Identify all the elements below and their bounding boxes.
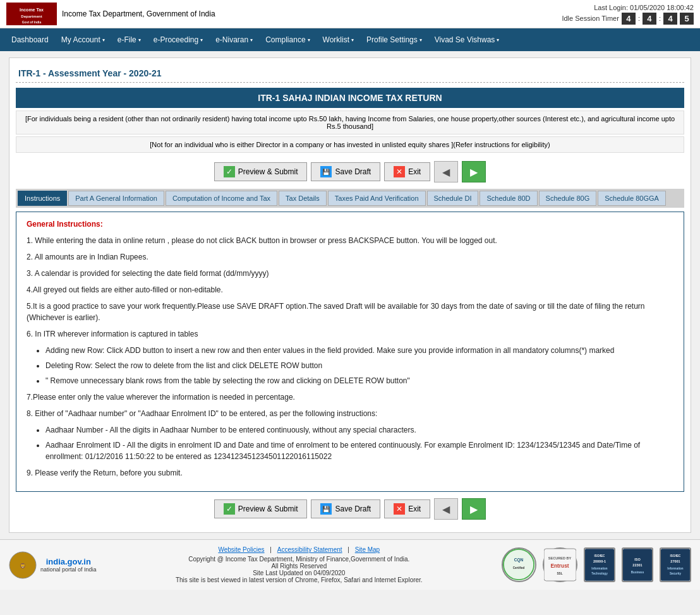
svg-text:Security: Security	[670, 572, 682, 575]
nav-profile-settings[interactable]: Profile Settings ▾	[360, 30, 428, 49]
instruction-6-list: Adding new Row: Click ADD button to inse…	[45, 345, 673, 386]
svg-text:SECURED BY: SECURED BY	[548, 556, 572, 560]
bsi-badge-1: ISO/IEC 20000-1 Information Technology	[584, 547, 615, 582]
e-file-arrow: ▾	[138, 37, 141, 43]
save-draft-icon-top: 💾	[320, 166, 332, 177]
timer-digit-2: 4	[643, 13, 656, 25]
save-draft-button-bottom[interactable]: 💾 Save Draft	[311, 499, 380, 518]
nav-worklist[interactable]: Worklist ▾	[317, 30, 360, 49]
svg-text:Business: Business	[631, 571, 644, 574]
e-nivaran-arrow: ▾	[250, 37, 253, 43]
tab-computation[interactable]: Computation of Income and Tax	[166, 191, 277, 206]
save-draft-label-bottom: Save Draft	[335, 505, 371, 513]
footer-best-viewed: This site is best viewed in latest versi…	[176, 576, 423, 583]
prev-nav-button-top[interactable]: ◀	[434, 161, 458, 182]
preview-check-icon-bottom: ✓	[224, 503, 235, 515]
logo-area: Income Tax Department Govt of India Inco…	[6, 3, 215, 25]
footer: 🦁 india.gov.in national portal of India …	[0, 539, 700, 590]
nav-e-file[interactable]: e-File ▾	[111, 30, 147, 49]
svg-text:20000-1: 20000-1	[593, 559, 606, 563]
svg-point-6	[504, 549, 534, 580]
preview-submit-label-top: Preview & Submit	[238, 167, 298, 176]
next-nav-button-top[interactable]: ▶	[462, 161, 486, 182]
bsi-badge-3: ISO/IEC 27001 Information Security	[660, 547, 691, 582]
nav-my-account[interactable]: My Account ▾	[55, 30, 111, 49]
footer-site-map[interactable]: Site Map	[355, 546, 380, 553]
page-title: ITR-1 - Assessment Year - 2020-21	[16, 64, 684, 83]
preview-submit-label-bottom: Preview & Submit	[238, 505, 298, 513]
svg-text:ISO/IEC: ISO/IEC	[594, 554, 606, 558]
tab-schedule-di[interactable]: Schedule DI	[427, 191, 479, 206]
svg-text:SSL: SSL	[557, 572, 563, 575]
footer-text: Website Policies | Accessibility Stateme…	[176, 546, 423, 583]
footer-rights: All Rights Reserved	[176, 563, 423, 570]
timer-digit-1: 4	[622, 13, 636, 25]
svg-rect-13	[585, 549, 614, 581]
instruction-8-list: Aadhaar Number - All the digits in Aadha…	[45, 424, 673, 462]
svg-text:Information: Information	[667, 567, 683, 570]
save-draft-button-top[interactable]: 💾 Save Draft	[311, 162, 380, 181]
general-instructions-heading: General Instructions:	[27, 220, 673, 229]
notice-2: [Not for an individual who is either Dir…	[16, 136, 684, 153]
instruction-8: 8. Either of "Aadhaar number" or "Aadhaa…	[27, 408, 673, 419]
tab-part-a[interactable]: Part A General Information	[68, 191, 164, 206]
instruction-6-item-3: " Remove unnecessary blank rows from the…	[45, 375, 673, 386]
compliance-arrow: ▾	[308, 37, 310, 43]
svg-text:ISO: ISO	[634, 558, 641, 561]
svg-text:CQN: CQN	[514, 558, 524, 563]
svg-text:Govt of India: Govt of India	[22, 20, 42, 24]
footer-accessibility[interactable]: Accessibility Statement	[277, 546, 342, 553]
prev-nav-button-bottom[interactable]: ◀	[434, 498, 458, 520]
nav-compliance[interactable]: Compliance ▾	[259, 30, 316, 49]
timer-digit-3: 4	[663, 13, 677, 25]
svg-text:🦁: 🦁	[20, 563, 26, 569]
exit-button-top[interactable]: ✕ Exit	[384, 162, 430, 181]
svg-text:ISO/IEC: ISO/IEC	[670, 554, 682, 558]
nav-e-proceeding[interactable]: e-Proceeding ▾	[147, 30, 209, 49]
tab-schedule-80d[interactable]: Schedule 80D	[480, 191, 537, 206]
footer-website-policies[interactable]: Website Policies	[218, 546, 264, 553]
nav-vivad-se-vishwas[interactable]: Vivad Se Vishwas ▾	[428, 30, 506, 49]
instruction-8-item-1: Aadhaar Number - All the digits in Aadha…	[45, 424, 673, 436]
tabs-bar: Instructions Part A General Information …	[16, 189, 684, 208]
preview-submit-button-top[interactable]: ✓ Preview & Submit	[214, 162, 308, 181]
save-draft-icon-bottom: 💾	[320, 503, 332, 515]
svg-text:Information: Information	[591, 567, 607, 570]
preview-submit-button-bottom[interactable]: ✓ Preview & Submit	[214, 499, 308, 518]
bsi-badge-2: ISO 22301 Business	[622, 547, 653, 582]
exit-label-top: Exit	[408, 167, 421, 176]
tab-tax-details[interactable]: Tax Details	[279, 191, 327, 206]
instruction-7: 7.Please enter only the value wherever t…	[27, 391, 673, 403]
timer-digit-4: 5	[680, 13, 694, 25]
footer-logos: CQN Certified SECURED BY Entrust SSL ISO…	[502, 547, 691, 582]
save-draft-label-top: Save Draft	[335, 167, 371, 176]
nav-bar: Dashboard My Account ▾ e-File ▾ e-Procee…	[0, 28, 700, 51]
notice-1: [For individuals being a resident (other…	[16, 110, 684, 134]
nav-e-nivaran[interactable]: e-Nivaran ▾	[209, 30, 259, 49]
tab-schedule-80gga[interactable]: Schedule 80GGA	[598, 191, 666, 206]
tab-instructions[interactable]: Instructions	[18, 191, 67, 206]
svg-text:22301: 22301	[632, 563, 642, 567]
next-nav-button-bottom[interactable]: ▶	[462, 498, 486, 520]
footer-inner: 🦁 india.gov.in national portal of India …	[9, 546, 691, 583]
header: Income Tax Department Govt of India Inco…	[0, 0, 700, 28]
emblem-svg: 🦁	[9, 551, 37, 579]
exit-icon-bottom: ✕	[394, 503, 405, 515]
entrust-badge: SECURED BY Entrust SSL	[543, 547, 577, 582]
tab-schedule-80g[interactable]: Schedule 80G	[539, 191, 597, 206]
preview-check-icon-top: ✓	[224, 166, 235, 177]
instruction-5: 5.It is a good practice to save your wor…	[27, 301, 673, 323]
instruction-4: 4.All greyed out fields are either auto-…	[27, 284, 673, 296]
vivad-arrow: ▾	[497, 37, 499, 43]
exit-button-bottom[interactable]: ✕ Exit	[384, 499, 430, 518]
top-action-bar: ✓ Preview & Submit 💾 Save Draft ✕ Exit ◀…	[16, 155, 684, 189]
header-right: Last Login: 01/05/2020 18:00:42 Idle Ses…	[562, 4, 694, 25]
profile-settings-arrow: ▾	[419, 37, 422, 43]
nav-dashboard[interactable]: Dashboard	[5, 30, 55, 49]
cqn-badge: CQN Certified	[502, 547, 536, 582]
svg-text:Department: Department	[21, 15, 42, 18]
instruction-6-item-1: Adding new Row: Click ADD button to inse…	[45, 345, 673, 356]
instruction-1: 1. While entering the data in online ret…	[27, 235, 673, 246]
e-proceeding-arrow: ▾	[200, 37, 203, 43]
tab-taxes-paid[interactable]: Taxes Paid And Verification	[328, 191, 426, 206]
